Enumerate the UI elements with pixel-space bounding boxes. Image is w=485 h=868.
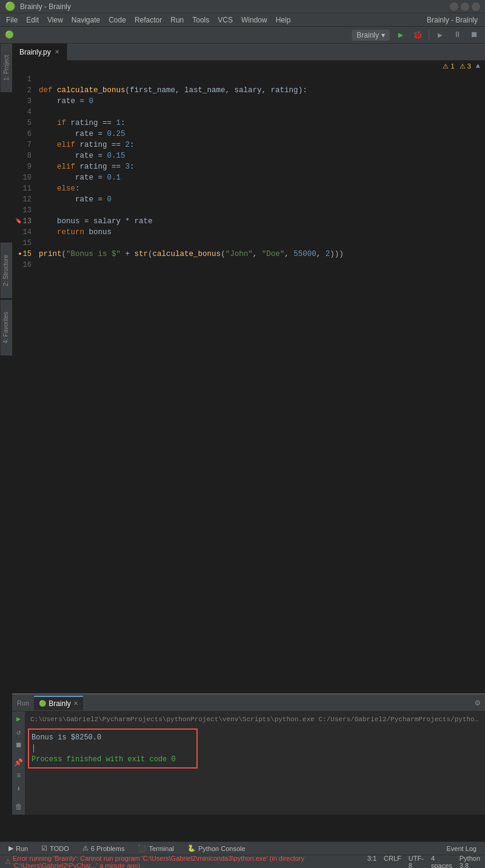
maximize-button[interactable]: □ <box>461 2 469 11</box>
run-config-label: Brainly <box>356 31 379 39</box>
menu-view[interactable]: View <box>44 15 67 25</box>
menu-window[interactable]: Window <box>238 15 271 25</box>
run-tab-icon: 🟢 <box>39 700 46 707</box>
bottom-tab-terminal[interactable]: ⬛ Terminal <box>132 842 180 855</box>
editor-empty-space <box>12 385 485 694</box>
bottom-tab-problems-label: 6 Problems <box>91 845 125 852</box>
run-output-cursor: │ <box>32 743 194 754</box>
warning-line-icon: ● <box>18 249 21 260</box>
run-panel-settings-icon[interactable]: ⚙ <box>475 698 480 708</box>
run-pin-button[interactable]: 📌 <box>13 758 24 768</box>
project-panel-label[interactable]: 1: Project <box>0 44 12 92</box>
bottom-tab-python-console[interactable]: 🐍 Python Console <box>181 842 252 855</box>
run-output-bonus: Bonus is $8250.0 <box>32 732 194 743</box>
sidebar-structure-tab[interactable]: 2: Structure <box>0 243 12 298</box>
tab-bar: Brainly.py ✕ <box>12 44 485 61</box>
python-console-icon: 🐍 <box>187 844 196 852</box>
run-panel-header: Run 🟢 Brainly ✕ ⚙ <box>12 695 485 712</box>
run-command-line: C:\Users\Gabriel2\PycharmProjects\python… <box>30 714 480 725</box>
run-output-exit: Process finished with exit code 0 <box>32 754 194 765</box>
terminal-icon: ⬛ <box>138 844 146 852</box>
warning-bar: ⚠ 1 ⚠ 3 ▲ <box>12 61 485 72</box>
app-title: Brainly - Brainly <box>20 2 71 11</box>
run-play-button[interactable]: ▶ <box>13 714 24 724</box>
main-toolbar: 🟢 Brainly ▾ ▶ 🐞 ▶ ⏸ ⏹ <box>0 27 485 44</box>
problems-icon: ⚠ <box>82 844 89 852</box>
run-left-toolbar: ▶ ↺ ⏹ 📌 ≡ ⬇ 🗑 <box>12 712 25 815</box>
app-brainly-title: Brainly - Brainly <box>427 16 478 24</box>
bottom-tab-event-log-label: Event Log <box>446 845 477 852</box>
menu-refactor[interactable]: Refactor <box>131 15 166 25</box>
status-python-version[interactable]: Python 3.8 <box>460 855 480 869</box>
run-tab-play-icon: ▶ <box>8 844 13 852</box>
bottom-tab-todo-label: TODO <box>50 845 69 852</box>
coverage-button[interactable]: ▶ <box>434 29 446 41</box>
menu-file[interactable]: File <box>2 15 21 25</box>
line-numbers: 12345 678910 111213 🔖13 1415 ●15 16 <box>12 74 34 383</box>
run-stop-button[interactable]: ⏹ <box>13 740 24 750</box>
status-error-message: Error running 'Brainly': Cannot run prog… <box>13 855 363 869</box>
menu-bar: File Edit View Navigate Code Refactor Ru… <box>0 13 485 27</box>
profile-button[interactable]: ⏸ <box>451 29 463 41</box>
close-button[interactable]: ✕ <box>472 2 480 11</box>
minimize-button[interactable]: — <box>450 2 458 11</box>
status-line-ending[interactable]: CRLF <box>384 855 401 869</box>
bottom-tab-event-log[interactable]: Event Log <box>440 842 483 855</box>
run-rerun-button[interactable]: ↺ <box>13 727 24 737</box>
status-right: 3:1 CRLF UTF-8 4 spaces Python 3.8 <box>367 855 480 869</box>
status-indent[interactable]: 4 spaces <box>431 855 452 869</box>
status-charset[interactable]: UTF-8 <box>409 855 424 869</box>
menu-run[interactable]: Run <box>167 15 187 25</box>
warning-badge-1[interactable]: ⚠ 1 <box>443 62 454 70</box>
run-trash-button[interactable]: 🗑 <box>13 802 24 812</box>
run-output-area: C:\Users\Gabriel2\PycharmProjects\python… <box>25 712 485 815</box>
menu-tools[interactable]: Tools <box>189 15 213 25</box>
run-config-selector[interactable]: Brainly ▾ <box>352 30 390 41</box>
window-controls: — □ ✕ <box>450 2 480 11</box>
code-content[interactable]: def calculate_bonus(first_name, last_nam… <box>34 74 485 383</box>
run-tab-brainly[interactable]: 🟢 Brainly ✕ <box>34 696 83 710</box>
run-scroll-button[interactable]: ⬇ <box>13 784 24 794</box>
bottom-tab-python-console-label: Python Console <box>198 845 246 852</box>
bottom-tabs-row: ▶ Run ☑ TODO ⚠ 6 Problems ⬛ Terminal 🐍 P… <box>0 841 485 855</box>
menu-code[interactable]: Code <box>105 15 130 25</box>
bottom-tab-todo[interactable]: ☑ TODO <box>35 842 75 855</box>
run-filter-button[interactable]: ≡ <box>13 771 24 781</box>
bookmark-icon: 🔖 <box>15 216 22 227</box>
menu-edit[interactable]: Edit <box>22 15 42 25</box>
menu-navigate[interactable]: Navigate <box>68 15 104 25</box>
warning-badge-2[interactable]: ⚠ 3 <box>460 62 471 70</box>
bottom-tab-run-label: Run <box>16 845 28 852</box>
output-highlight-box: Bonus is $8250.0 │ Process finished with… <box>28 728 198 769</box>
bottom-tab-run[interactable]: ▶ Run <box>2 842 34 855</box>
tab-label: Brainly.py <box>19 48 51 56</box>
run-label[interactable]: Run <box>17 699 29 707</box>
title-bar-left: 🟢 Brainly - Brainly <box>5 1 71 12</box>
status-error-text: ⚠ Error running 'Brainly': Cannot run pr… <box>5 855 363 869</box>
run-panel: Run 🟢 Brainly ✕ ⚙ ▶ ↺ ⏹ 📌 ≡ ⬇ 🗑 C:\Us <box>12 693 485 815</box>
run-panel-content: ▶ ↺ ⏹ 📌 ≡ ⬇ 🗑 C:\Users\Gabriel2\PycharmP… <box>12 712 485 815</box>
run-config-dropdown-icon[interactable]: ▾ <box>381 31 385 39</box>
toolbar-separator <box>429 30 429 40</box>
run-tab-label: Brainly <box>48 699 71 708</box>
stop-button[interactable]: ⏹ <box>468 29 480 41</box>
run-button[interactable]: ▶ <box>395 29 407 41</box>
run-tab-close-icon[interactable]: ✕ <box>73 700 78 707</box>
todo-icon: ☑ <box>41 844 47 852</box>
scroll-up-icon[interactable]: ▲ <box>476 62 480 70</box>
tab-brainly-py[interactable]: Brainly.py ✕ <box>12 44 67 61</box>
menu-help[interactable]: Help <box>272 15 295 25</box>
tab-close-icon[interactable]: ✕ <box>55 49 59 55</box>
bottom-tab-problems[interactable]: ⚠ 6 Problems <box>76 842 131 855</box>
menu-vcs[interactable]: VCS <box>214 15 236 25</box>
bottom-tab-terminal-label: Terminal <box>149 845 174 852</box>
vertical-sidebar: 2: Structure 4: Favorites <box>0 243 12 355</box>
debug-button[interactable]: 🐞 <box>412 29 424 41</box>
status-error-icon: ⚠ <box>5 858 11 866</box>
title-bar: 🟢 Brainly - Brainly — □ ✕ <box>0 0 485 13</box>
project-icon: 🟢 <box>5 30 14 39</box>
status-position[interactable]: 3:1 <box>367 855 376 869</box>
app-logo-icon: 🟢 <box>5 1 15 12</box>
code-editor: 12345 678910 111213 🔖13 1415 ●15 16 def … <box>12 72 485 385</box>
sidebar-favorites-tab[interactable]: 4: Favorites <box>0 300 12 355</box>
